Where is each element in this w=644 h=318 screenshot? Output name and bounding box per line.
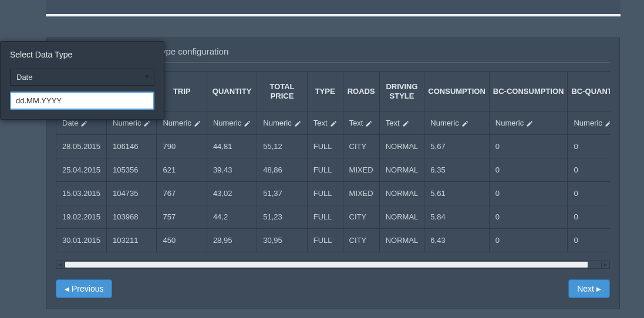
horizontal-scrollbar[interactable]: ◀ ▶ — [56, 261, 610, 269]
cell-date: 25.04.2015 — [56, 158, 107, 182]
column-header-consumption: CONSUMPTION — [424, 72, 490, 111]
chevron-left-icon: ◀ — [65, 286, 69, 292]
column-header-roads: ROADS — [343, 72, 379, 111]
type-cell-consumption[interactable]: Numeric — [424, 111, 490, 135]
cell-type: FULL — [307, 182, 343, 205]
popup-title: Select Data Type — [10, 50, 154, 59]
cell-roads: MIXED — [343, 182, 379, 205]
pencil-icon[interactable] — [80, 120, 87, 127]
cell-odometer: 103211 — [107, 229, 157, 252]
cell-bc_consumption: 0 — [489, 205, 568, 229]
cell-consumption: 6,35 — [424, 158, 490, 182]
cell-type: FULL — [307, 229, 343, 252]
cell-bc_quantity: 0 — [568, 158, 610, 182]
cell-date: 28.05.2015 — [56, 135, 107, 158]
cell-driving_style: NORMAL — [379, 229, 424, 252]
pencil-icon[interactable] — [294, 120, 301, 127]
scrollbar-arrow-left-icon[interactable]: ◀ — [56, 261, 65, 268]
cell-quantity: 44,2 — [207, 205, 257, 229]
previous-button-label: Previous — [72, 284, 103, 293]
cell-bc_quantity: 0 — [568, 229, 610, 252]
cell-total_price: 30,95 — [257, 229, 307, 252]
data-type-select-wrap: Date — [10, 69, 154, 92]
cell-date: 19.02.2015 — [56, 205, 107, 229]
cell-type: FULL — [307, 158, 343, 182]
cell-bc_consumption: 0 — [489, 229, 568, 252]
pencil-icon[interactable] — [461, 120, 468, 127]
pencil-icon[interactable] — [402, 120, 409, 127]
cell-bc_quantity: 0 — [568, 182, 610, 205]
column-header-bc_consumption: BC-CONSUMPTION — [489, 72, 568, 111]
next-button-label: Next — [577, 284, 594, 293]
scrollbar-thumb[interactable] — [65, 262, 588, 268]
cell-total_price: 51,23 — [257, 205, 307, 229]
cell-roads: CITY — [343, 229, 379, 252]
cell-roads: MIXED — [343, 158, 379, 182]
type-cell-driving_style[interactable]: Text — [379, 111, 424, 135]
cell-bc_consumption: 0 — [489, 135, 568, 158]
cell-driving_style: NORMAL — [379, 158, 424, 182]
cell-consumption: 5,84 — [424, 205, 490, 229]
type-cell-bc_consumption[interactable]: Numeric — [489, 111, 568, 135]
data-type-select[interactable]: Date — [10, 69, 154, 86]
cell-trip: 621 — [157, 158, 207, 182]
cell-bc_consumption: 0 — [489, 158, 568, 182]
cell-total_price: 55,12 — [257, 135, 307, 158]
wizard-nav: ◀ Previous Next ▶ — [56, 279, 610, 298]
next-button[interactable]: Next ▶ — [568, 279, 610, 298]
cell-consumption: 6,43 — [424, 229, 490, 252]
type-cell-roads[interactable]: Text — [343, 111, 379, 135]
cell-odometer: 106146 — [107, 135, 157, 158]
type-cell-type[interactable]: Text — [307, 111, 343, 135]
date-format-input[interactable] — [10, 92, 154, 110]
pencil-icon[interactable] — [605, 120, 610, 127]
cell-bc_consumption: 0 — [489, 182, 568, 205]
column-header-driving_style: DRIVINGSTYLE — [379, 72, 424, 111]
cell-date: 30.01.2015 — [56, 229, 107, 252]
cell-odometer: 104735 — [107, 182, 157, 205]
pencil-icon[interactable] — [330, 120, 337, 127]
table-row: 25.04.201510535662139,4348,86FULLMIXEDNO… — [56, 158, 610, 182]
previous-button[interactable]: ◀ Previous — [56, 279, 112, 298]
wizard-step-strip — [46, 0, 621, 16]
cell-odometer: 105356 — [107, 158, 157, 182]
cell-driving_style: NORMAL — [379, 182, 424, 205]
scrollbar-arrow-right-icon[interactable]: ▶ — [601, 261, 609, 268]
cell-total_price: 51,37 — [257, 182, 307, 205]
type-cell-total_price[interactable]: Numeric — [257, 111, 307, 135]
cell-date: 15.03.2015 — [56, 182, 107, 205]
cell-consumption: 5,67 — [424, 135, 490, 158]
pencil-icon[interactable] — [143, 120, 150, 127]
cell-roads: CITY — [343, 205, 379, 229]
cell-trip: 450 — [157, 229, 207, 252]
table-row: 15.03.201510473576743,0251,37FULLMIXEDNO… — [56, 182, 610, 205]
chevron-right-icon: ▶ — [596, 286, 601, 292]
cell-trip: 757 — [157, 205, 207, 229]
column-header-type: TYPE — [307, 72, 343, 111]
type-cell-bc_quantity[interactable]: Numeric — [568, 111, 610, 135]
cell-roads: CITY — [343, 135, 379, 158]
cell-type: FULL — [307, 135, 343, 158]
type-cell-quantity[interactable]: Numeric — [207, 111, 257, 135]
cell-driving_style: NORMAL — [379, 205, 424, 229]
cell-quantity: 44,81 — [207, 135, 257, 158]
cell-bc_quantity: 0 — [568, 135, 610, 158]
cell-total_price: 48,86 — [257, 158, 307, 182]
pencil-icon[interactable] — [244, 120, 251, 127]
select-data-type-popup: Select Data Type Date — [0, 41, 164, 120]
cell-bc_quantity: 0 — [568, 205, 610, 229]
cell-trip: 790 — [157, 135, 207, 158]
table-row: 28.05.201510614679044,8155,12FULLCITYNOR… — [56, 135, 610, 158]
cell-quantity: 43,02 — [207, 182, 257, 205]
cell-type: FULL — [307, 205, 343, 229]
pencil-icon[interactable] — [365, 120, 372, 127]
pencil-icon[interactable] — [194, 120, 201, 127]
cell-quantity: 28,95 — [207, 229, 257, 252]
cell-driving_style: NORMAL — [379, 135, 424, 158]
cell-consumption: 5,61 — [424, 182, 490, 205]
table-row: 30.01.201510321145028,9530,95FULLCITYNOR… — [56, 229, 610, 252]
cell-quantity: 39,43 — [207, 158, 257, 182]
pencil-icon[interactable] — [526, 120, 533, 127]
column-header-quantity: QUANTITY — [207, 72, 257, 111]
column-header-bc_quantity: BC-QUANTITY — [568, 72, 610, 111]
